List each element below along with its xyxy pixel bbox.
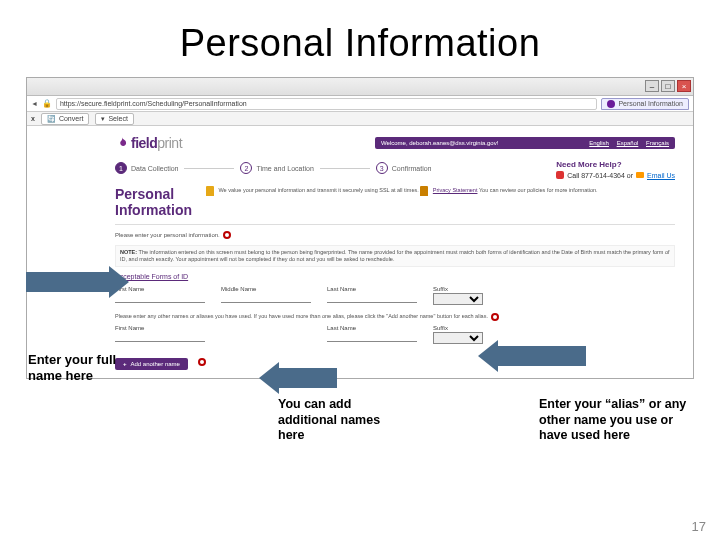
lang-francais-link[interactable]: Français	[646, 140, 669, 146]
alias-suffix-select[interactable]	[433, 332, 483, 344]
address-bar-row: ◄ 🔒 https://secure.fieldprint.com/Schedu…	[27, 96, 693, 112]
welcome-text: Welcome, deborah.eanes@dss.virginia.gov!	[381, 140, 498, 146]
browser-tab[interactable]: Personal Information	[601, 98, 689, 110]
required-indicator-icon	[198, 358, 206, 366]
help-phone: Call 877-614-4364 or	[567, 172, 633, 179]
required-indicator-icon	[181, 378, 189, 379]
browser-screenshot: – □ × ◄ 🔒 https://secure.fieldprint.com/…	[26, 77, 694, 379]
lock-icon: 🔒	[42, 99, 52, 108]
middle-name-input[interactable]	[221, 293, 311, 303]
email-us-link[interactable]: Email Us	[647, 172, 675, 179]
convert-button[interactable]: 🔄Convert	[41, 113, 90, 125]
slide-title: Personal Information	[0, 0, 720, 77]
window-minimize-icon[interactable]: –	[645, 80, 659, 92]
acceptable-forms-link[interactable]: Acceptable Forms of ID	[115, 273, 675, 280]
legal-name-row: First Name Middle Name Last Name Suffix	[115, 286, 675, 305]
fieldprint-logo: fieldprint	[115, 135, 182, 151]
url-input[interactable]: https://secure.fieldprint.com/Scheduling…	[56, 98, 597, 110]
padlock-icon	[206, 186, 214, 196]
callout-alias: Enter your “alias” or any other name you…	[539, 397, 699, 444]
required-indicator-icon	[223, 231, 231, 239]
step-data-collection: 1 Data Collection	[115, 162, 178, 174]
last-name-input[interactable]	[327, 293, 417, 303]
alias-last-name-input[interactable]	[327, 332, 417, 342]
close-bar-icon[interactable]: x	[31, 115, 35, 122]
alias-instruction: Please enter any other names or aliases …	[115, 313, 675, 321]
flame-icon	[115, 136, 129, 150]
window-close-icon[interactable]: ×	[677, 80, 691, 92]
form-instruction: Please enter your personal information.	[115, 231, 675, 239]
step-confirmation: 3 Confirmation	[376, 162, 432, 174]
favicon-icon	[607, 100, 615, 108]
privacy-statement-link[interactable]: Privacy Statement	[433, 187, 478, 193]
alias-name-row: First Name . Last Name Suffix	[115, 325, 675, 344]
phone-icon	[556, 171, 564, 179]
welcome-bar: Welcome, deborah.eanes@dss.virginia.gov!…	[375, 137, 675, 149]
privacy-note: We value your personal information and t…	[206, 186, 675, 196]
window-titlebar: – □ ×	[27, 78, 693, 96]
callout-add-names: You can add additional names here	[278, 397, 398, 444]
padlock-icon	[420, 186, 428, 196]
lang-espanol-link[interactable]: Español	[617, 140, 639, 146]
nav-back-icon[interactable]: ◄	[31, 100, 38, 107]
tab-label: Personal Information	[618, 100, 683, 107]
help-box: Need More Help? Call 877-614-4364 or Ema…	[556, 160, 675, 179]
ssn-label: Social Security Number	[115, 378, 675, 379]
lang-english-link[interactable]: English	[589, 140, 609, 146]
required-indicator-icon	[491, 313, 499, 321]
callout-full-name: Enter your full name here	[28, 352, 138, 385]
step-time-location: 2 Time and Location	[240, 162, 313, 174]
window-maximize-icon[interactable]: □	[661, 80, 675, 92]
suffix-select[interactable]	[433, 293, 483, 305]
page-body: fieldprint Welcome, deborah.eanes@dss.vi…	[27, 126, 693, 378]
note-box: NOTE: The information entered on this sc…	[115, 245, 675, 267]
slide-page-number: 17	[692, 519, 706, 534]
addon-toolbar: x 🔄Convert ▾Select	[27, 112, 693, 126]
alias-first-name-input[interactable]	[115, 332, 205, 342]
help-header: Need More Help?	[556, 160, 675, 169]
section-title: PersonalInformation	[115, 186, 192, 218]
select-button[interactable]: ▾Select	[95, 113, 133, 125]
mail-icon	[636, 172, 644, 178]
